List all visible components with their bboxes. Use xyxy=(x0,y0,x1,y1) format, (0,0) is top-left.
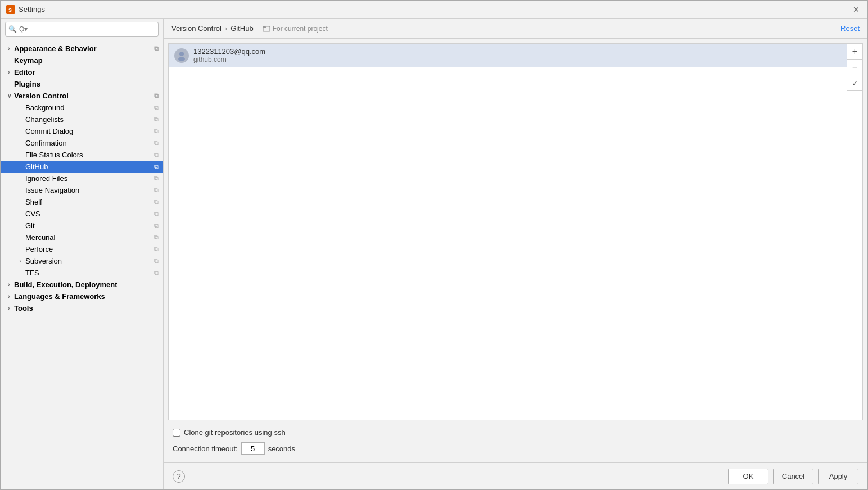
chevron-icon: › xyxy=(5,281,13,289)
sidebar-item-label: Shelf xyxy=(25,198,152,206)
sidebar-item-languages-frameworks[interactable]: ›Languages & Frameworks xyxy=(1,291,163,302)
sidebar-item-label: File Status Colors xyxy=(25,151,152,159)
account-section: 1322311203@qq.comgithub.com + − ✓ Clone … xyxy=(164,39,867,462)
sidebar-item-version-control[interactable]: ∨Version Control⧉ xyxy=(1,90,163,102)
copy-icon: ⧉ xyxy=(154,139,159,147)
sidebar-item-commit-dialog[interactable]: Commit Dialog⧉ xyxy=(1,125,163,137)
timeout-row: Connection timeout: seconds xyxy=(173,442,858,455)
reset-button[interactable]: Reset xyxy=(840,24,860,33)
sidebar-item-label: Keymap xyxy=(14,56,159,65)
sidebar-item-perforce[interactable]: Perforce⧉ xyxy=(1,243,163,255)
sidebar-item-label: Ignored Files xyxy=(25,174,152,183)
sidebar-item-label: Appearance & Behavior xyxy=(14,44,152,53)
sidebar-item-tools[interactable]: ›Tools xyxy=(1,302,163,314)
chevron-icon: › xyxy=(16,257,24,265)
search-box: 🔍 xyxy=(1,19,163,40)
clone-ssh-checkbox[interactable] xyxy=(173,429,180,437)
sidebar-item-build-execution[interactable]: ›Build, Execution, Deployment xyxy=(1,279,163,291)
timeout-input[interactable] xyxy=(241,442,265,455)
copy-icon: ⧉ xyxy=(154,246,159,253)
title-bar: S Settings ✕ xyxy=(1,1,867,19)
copy-icon: ⧉ xyxy=(154,210,159,217)
sidebar-item-label: GitHub xyxy=(25,162,152,171)
sidebar-item-git[interactable]: Git⧉ xyxy=(1,220,163,232)
chevron-icon xyxy=(16,187,24,194)
copy-icon: ⧉ xyxy=(154,269,159,276)
copy-icon: ⧉ xyxy=(154,151,159,158)
for-project-text: For current project xyxy=(273,25,328,33)
sidebar-item-label: Perforce xyxy=(25,245,152,253)
apply-button[interactable]: Apply xyxy=(818,469,858,484)
sidebar-item-background[interactable]: Background⧉ xyxy=(1,102,163,114)
sidebar-item-changelists[interactable]: Changelists⧉ xyxy=(1,114,163,125)
sidebar-item-editor[interactable]: ›Editor xyxy=(1,66,163,78)
sidebar-item-label: Issue Navigation xyxy=(25,186,152,194)
seconds-label: seconds xyxy=(268,444,295,453)
sidebar-item-label: CVS xyxy=(25,210,152,218)
account-row[interactable]: 1322311203@qq.comgithub.com xyxy=(169,44,847,67)
sidebar-item-shelf[interactable]: Shelf⧉ xyxy=(1,196,163,208)
sidebar-item-mercurial[interactable]: Mercurial⧉ xyxy=(1,232,163,243)
chevron-icon xyxy=(16,163,24,171)
add-account-button[interactable]: + xyxy=(847,44,862,60)
sidebar-item-label: Languages & Frameworks xyxy=(14,292,159,301)
help-button[interactable]: ? xyxy=(173,470,185,483)
for-project-label: For current project xyxy=(263,25,328,33)
sidebar-item-plugins[interactable]: Plugins xyxy=(1,78,163,90)
copy-icon: ⧉ xyxy=(154,257,159,265)
sidebar: 🔍 ›Appearance & Behavior⧉Keymap›EditorPl… xyxy=(1,19,164,489)
sidebar-item-label: Confirmation xyxy=(25,139,152,147)
sidebar-item-label: Mercurial xyxy=(25,233,152,242)
close-button[interactable]: ✕ xyxy=(851,4,862,15)
remove-account-button[interactable]: − xyxy=(847,60,862,75)
avatar xyxy=(174,48,189,63)
search-input[interactable] xyxy=(5,22,159,37)
copy-icon: ⧉ xyxy=(154,234,159,241)
breadcrumb-bar: Version Control › GitHub For current pro… xyxy=(164,19,867,39)
clone-ssh-label[interactable]: Clone git repositories using ssh xyxy=(184,428,286,437)
svg-point-5 xyxy=(178,57,185,61)
sidebar-item-keymap[interactable]: Keymap xyxy=(1,55,163,66)
sidebar-item-label: TFS xyxy=(25,269,152,277)
sidebar-item-github[interactable]: GitHub⧉ xyxy=(1,161,163,173)
sidebar-item-label: Tools xyxy=(14,304,159,312)
sidebar-item-label: Changelists xyxy=(25,115,152,124)
sidebar-item-cvs[interactable]: CVS⧉ xyxy=(1,208,163,220)
sidebar-item-label: Background xyxy=(25,103,152,112)
chevron-icon: › xyxy=(5,45,13,53)
chevron-icon xyxy=(16,116,24,124)
account-email: 1322311203@qq.com xyxy=(193,47,265,56)
copy-icon: ⧉ xyxy=(154,187,159,194)
chevron-icon xyxy=(16,104,24,112)
svg-text:S: S xyxy=(8,7,12,13)
sidebar-item-label: Build, Execution, Deployment xyxy=(14,280,159,289)
account-server: github.com xyxy=(193,56,265,63)
check-account-button[interactable]: ✓ xyxy=(847,75,862,91)
cancel-button[interactable]: Cancel xyxy=(773,469,813,484)
svg-rect-3 xyxy=(263,26,266,28)
copy-icon: ⧉ xyxy=(154,222,159,229)
sidebar-item-issue-navigation[interactable]: Issue Navigation⧉ xyxy=(1,184,163,196)
sidebar-item-file-status-colors[interactable]: File Status Colors⧉ xyxy=(1,149,163,161)
chevron-icon xyxy=(16,269,24,277)
chevron-icon xyxy=(16,151,24,159)
app-icon: S xyxy=(6,5,15,14)
chevron-icon xyxy=(16,175,24,183)
chevron-icon xyxy=(5,80,13,88)
search-wrap: 🔍 xyxy=(5,22,159,37)
chevron-icon xyxy=(5,57,13,65)
search-icon: 🔍 xyxy=(8,25,17,33)
sidebar-item-confirmation[interactable]: Confirmation⧉ xyxy=(1,137,163,149)
timeout-label: Connection timeout: xyxy=(173,444,238,453)
sidebar-item-label: Plugins xyxy=(14,80,159,88)
sidebar-item-subversion[interactable]: ›Subversion⧉ xyxy=(1,255,163,267)
ok-button[interactable]: OK xyxy=(728,469,768,484)
sidebar-item-appearance[interactable]: ›Appearance & Behavior⧉ xyxy=(1,43,163,55)
account-info: 1322311203@qq.comgithub.com xyxy=(193,47,265,63)
project-icon xyxy=(263,25,270,33)
chevron-icon: › xyxy=(5,293,13,301)
copy-icon: ⧉ xyxy=(154,45,159,52)
sidebar-item-tfs[interactable]: TFS⧉ xyxy=(1,267,163,279)
breadcrumb-separator: › xyxy=(225,24,227,33)
sidebar-item-ignored-files[interactable]: Ignored Files⧉ xyxy=(1,173,163,184)
